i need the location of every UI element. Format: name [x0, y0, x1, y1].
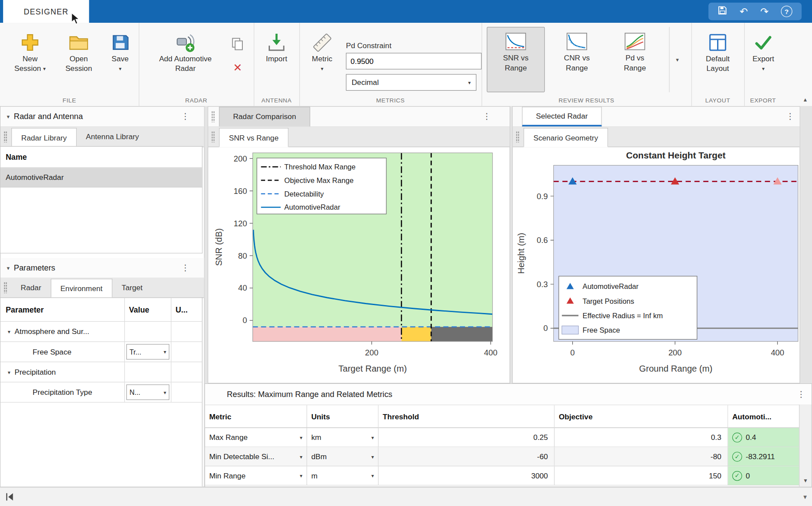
kebab-menu-icon[interactable]: ⋮: [181, 263, 189, 272]
precipitation-type-dropdown[interactable]: N...▾: [126, 384, 169, 400]
threshold-cell[interactable]: 0.25: [378, 428, 554, 447]
drag-grip-icon[interactable]: [211, 131, 215, 142]
parameters-tabstrip: Radar Environment Target: [0, 278, 204, 298]
collapse-ribbon-button[interactable]: ▴: [804, 96, 807, 103]
svg-text:Constant Height Target: Constant Height Target: [626, 150, 725, 160]
redo-icon[interactable]: ↷: [760, 7, 769, 16]
units-dropdown[interactable]: dBm▾: [307, 447, 378, 467]
save-label: Save: [112, 54, 129, 63]
svg-text:AutomotiveRadar: AutomotiveRadar: [284, 203, 340, 211]
mouse-cursor-icon: [70, 12, 81, 25]
status-bar: ▼: [0, 487, 812, 506]
tab-environment[interactable]: Environment: [50, 279, 112, 298]
help-icon[interactable]: ?: [781, 6, 792, 17]
gallery-expand-button[interactable]: ▾: [669, 27, 685, 92]
kebab-menu-icon[interactable]: ⋮: [483, 111, 491, 121]
radar-library-table: Name AutomotiveRadar: [0, 146, 203, 253]
section-label-layout: LAYOUT: [691, 98, 744, 104]
kebab-menu-icon[interactable]: ⋮: [786, 111, 794, 121]
tab-radar-comparison[interactable]: Radar Comparison: [219, 107, 310, 126]
drag-grip-icon[interactable]: [211, 111, 215, 122]
undo-icon[interactable]: ↶: [739, 7, 748, 16]
result-value: 0.4: [746, 433, 756, 442]
environment-parameters-table: Parameter Value U... ▾Atmosphere and Sur…: [0, 297, 203, 486]
results-column-headers: Metric Units Threshold Objective Automot…: [205, 405, 812, 428]
units-dropdown[interactable]: km▾: [307, 428, 378, 447]
chevron-down-icon[interactable]: ▾: [7, 113, 10, 120]
scenario-geometry-chart: 020040000.30.60.9Constant Height TargetG…: [513, 146, 801, 386]
metric-dropdown[interactable]: Min Detectable Si...▾: [205, 447, 307, 467]
results-scrollbar[interactable]: ▼: [799, 404, 811, 486]
cnr-vs-range-button[interactable]: CNR vs Range: [548, 27, 606, 92]
svg-text:Threshold Max Range: Threshold Max Range: [284, 163, 356, 171]
metric-button[interactable]: Metric ▾: [304, 27, 340, 94]
drag-grip-icon[interactable]: [516, 131, 519, 142]
kebab-menu-icon[interactable]: ⋮: [797, 389, 805, 399]
col-objective: Objective: [555, 405, 728, 428]
threshold-cell[interactable]: 3000: [378, 466, 554, 485]
tab-snr-vs-range[interactable]: SNR vs Range: [219, 128, 289, 147]
default-layout-label: Default: [706, 54, 729, 63]
copy-radar-button[interactable]: [230, 36, 246, 52]
precipitation-type-value: N...: [130, 388, 140, 396]
units-value: m: [311, 471, 317, 480]
snr-vs-range-button[interactable]: SNR vs Range: [487, 27, 545, 92]
export-button[interactable]: Export ▾: [746, 27, 780, 94]
svg-text:Target Range (m): Target Range (m): [338, 364, 406, 373]
new-session-button[interactable]: New Session▾: [7, 27, 53, 94]
import-button[interactable]: Import: [258, 27, 295, 94]
format-dropdown[interactable]: Decimal ▾: [346, 74, 476, 91]
kebab-menu-icon[interactable]: ⋮: [181, 111, 189, 121]
save-button[interactable]: Save ▾: [105, 27, 136, 94]
result-value-cell: ✓0.4: [728, 428, 801, 447]
svg-text:0.3: 0.3: [537, 280, 548, 289]
objective-cell[interactable]: 0.3: [555, 428, 728, 447]
open-session-label: Open: [70, 54, 88, 63]
tab-radar[interactable]: Radar: [11, 278, 50, 298]
main-area: ▾ Radar and Antenna ⋮ Radar Library Ante…: [0, 106, 812, 487]
radar-and-antenna-title: Radar and Antenna: [14, 112, 83, 121]
svg-text:Free Space: Free Space: [583, 326, 620, 334]
free-space-dropdown[interactable]: Tr...▾: [126, 344, 169, 360]
radar-row-automotiveradar[interactable]: AutomotiveRadar: [0, 168, 202, 188]
tab-radar-library[interactable]: Radar Library: [11, 128, 77, 147]
pd-vs-range-button[interactable]: Pd vs Range: [606, 27, 664, 92]
metric-dropdown[interactable]: Min Range▾: [205, 466, 307, 485]
open-session-button[interactable]: Open Session: [56, 27, 102, 94]
go-to-start-button[interactable]: [5, 493, 14, 501]
units-dropdown[interactable]: m▾: [307, 466, 378, 485]
delete-radar-button[interactable]: ✕: [230, 60, 246, 76]
svg-text:400: 400: [484, 348, 497, 357]
col-units: Units: [307, 405, 378, 428]
add-automotive-radar-button[interactable]: Add Automotive Radar: [144, 27, 227, 94]
col-automotiveradar: Automoti...: [728, 405, 801, 428]
tab-scenario-geometry[interactable]: Scenario Geometry: [524, 128, 608, 147]
svg-text:0: 0: [543, 323, 548, 333]
objective-cell[interactable]: -80: [555, 447, 728, 467]
drag-grip-icon[interactable]: [4, 282, 7, 293]
add-radar-label: Add Automotive: [159, 54, 212, 63]
pass-check-icon: ✓: [732, 471, 742, 480]
metric-dropdown[interactable]: Max Range▾: [205, 428, 307, 447]
section-label-file: FILE: [0, 98, 139, 104]
tab-selected-radar[interactable]: Selected Radar: [522, 107, 602, 126]
chevron-down-icon[interactable]: ▾: [8, 329, 10, 334]
scroll-down-button[interactable]: ▼: [800, 474, 812, 486]
threshold-cell[interactable]: -60: [378, 447, 554, 467]
objective-cell[interactable]: 150: [555, 466, 728, 485]
dropdown-arrow-icon: ▾: [300, 473, 302, 478]
save-icon[interactable]: [718, 6, 727, 17]
metric-value: Min Range: [209, 471, 245, 480]
scroll-down-button[interactable]: ▼: [802, 494, 808, 500]
svg-text:Height (m): Height (m): [516, 233, 526, 274]
tab-antenna-library[interactable]: Antenna Library: [77, 127, 148, 147]
drag-grip-icon[interactable]: [4, 131, 7, 142]
metric-value: Min Detectable Si...: [209, 452, 274, 460]
svg-text:0: 0: [242, 316, 247, 325]
chevron-down-icon[interactable]: ▾: [8, 369, 10, 375]
chevron-down-icon[interactable]: ▾: [7, 264, 10, 271]
units-column-header: U...: [172, 298, 202, 321]
pd-constraint-input[interactable]: [346, 53, 482, 70]
tab-target[interactable]: Target: [112, 278, 152, 298]
default-layout-button[interactable]: Default Layout: [699, 27, 737, 94]
